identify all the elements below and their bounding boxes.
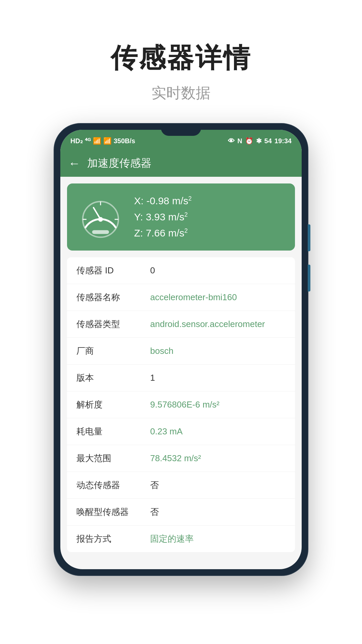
label-max-range: 最大范围: [76, 452, 150, 464]
value-dynamic: 否: [150, 479, 286, 491]
label-resolution: 解析度: [76, 399, 150, 411]
info-row-id: 传感器 ID 0: [67, 257, 295, 284]
value-max-range: 78.4532 m/s²: [150, 453, 286, 464]
label-name: 传感器名称: [76, 291, 150, 303]
label-report: 报告方式: [76, 533, 150, 545]
value-resolution: 9.576806E-6 m/s²: [150, 399, 286, 410]
label-version: 版本: [76, 372, 150, 384]
phone-mockup: HD₂ ⁴ᴳ 📶 📶 350B/s 👁 N ⏰ ✱ 54 19:34 ← 加速度…: [54, 123, 308, 576]
toolbar-title: 加速度传感器: [87, 156, 152, 171]
svg-point-5: [98, 217, 103, 222]
value-name: accelerometer-bmi160: [150, 292, 286, 303]
info-row-power: 耗电量 0.23 mA: [67, 418, 295, 445]
status-bluetooth: ✱: [256, 137, 262, 145]
status-alarm: ⏰: [245, 137, 253, 145]
info-row-version: 版本 1: [67, 365, 295, 391]
info-row-wakeup: 唤醒型传感器 否: [67, 499, 295, 526]
value-wakeup: 否: [150, 506, 286, 518]
value-type: android.sensor.accelerometer: [150, 319, 286, 329]
status-nfc: N: [237, 137, 242, 145]
x-value: X: -0.98 m/s2: [134, 195, 192, 207]
phone-inner: HD₂ ⁴ᴳ 📶 📶 350B/s 👁 N ⏰ ✱ 54 19:34 ← 加速度…: [60, 130, 302, 569]
status-4g1: ⁴ᴳ: [85, 137, 91, 145]
label-dynamic: 动态传感器: [76, 479, 150, 491]
svg-rect-6: [92, 230, 109, 234]
info-row-vendor: 厂商 bosch: [67, 338, 295, 365]
value-power: 0.23 mA: [150, 426, 286, 437]
page-title: 传感器详情: [111, 40, 251, 76]
status-hd: HD₂: [70, 137, 83, 145]
page-subtitle: 实时数据: [111, 83, 251, 103]
label-power: 耗电量: [76, 426, 150, 437]
value-vendor: bosch: [150, 346, 286, 356]
info-table: 传感器 ID 0 传感器名称 accelerometer-bmi160 传感器类…: [67, 257, 295, 552]
value-id: 0: [150, 265, 286, 276]
side-button-2: [308, 265, 310, 291]
sensor-values: X: -0.98 m/s2 Y: 3.93 m/s2 Z: 7.66 m/s2: [134, 195, 192, 239]
info-row-type: 传感器类型 android.sensor.accelerometer: [67, 311, 295, 338]
label-type: 传感器类型: [76, 318, 150, 330]
back-button[interactable]: ←: [68, 157, 80, 169]
info-row-name: 传感器名称 accelerometer-bmi160: [67, 284, 295, 311]
status-eye: 👁: [228, 137, 235, 145]
value-version: 1: [150, 373, 286, 383]
status-left: HD₂ ⁴ᴳ 📶 📶 350B/s: [70, 137, 135, 145]
battery-text: 54: [264, 137, 272, 145]
side-button-1: [308, 224, 310, 251]
app-toolbar: ← 加速度传感器: [60, 150, 302, 177]
label-vendor: 厂商: [76, 345, 150, 357]
info-row-resolution: 解析度 9.576806E-6 m/s²: [67, 391, 295, 418]
status-signal: 📶: [93, 137, 101, 145]
y-value: Y: 3.93 m/s2: [134, 211, 192, 223]
status-right: 👁 N ⏰ ✱ 54 19:34: [228, 137, 292, 145]
value-report: 固定的速率: [150, 533, 286, 545]
label-id: 传感器 ID: [76, 265, 150, 276]
status-time: 19:34: [275, 137, 292, 145]
z-value: Z: 7.66 m/s2: [134, 227, 192, 239]
info-row-max-range: 最大范围 78.4532 m/s²: [67, 445, 295, 472]
label-wakeup: 唤醒型传感器: [76, 506, 150, 518]
sensor-data-card: X: -0.98 m/s2 Y: 3.93 m/s2 Z: 7.66 m/s2: [67, 183, 295, 251]
status-speed: 350B/s: [114, 137, 135, 145]
page-header: 传感器详情 实时数据: [111, 40, 251, 103]
status-wifi: 📶: [103, 137, 112, 145]
info-row-report: 报告方式 固定的速率: [67, 526, 295, 552]
speedometer-icon: [77, 194, 124, 240]
phone-notch: [161, 124, 201, 136]
info-row-dynamic: 动态传感器 否: [67, 472, 295, 499]
